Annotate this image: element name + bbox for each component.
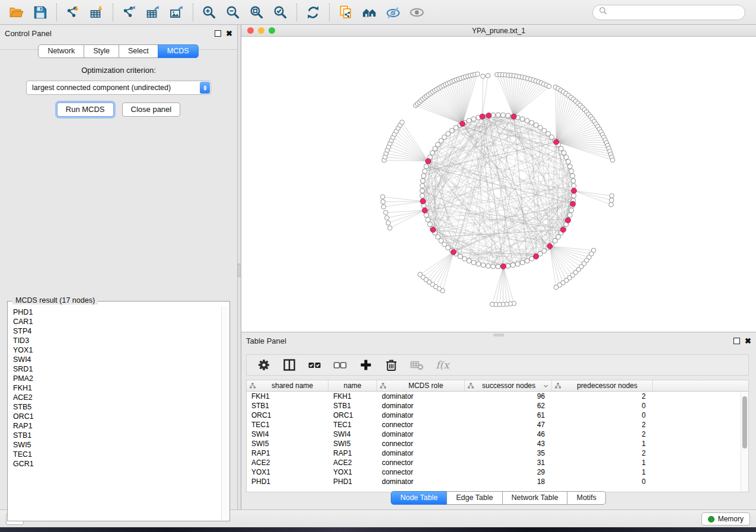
table-scrollbar[interactable] — [741, 392, 748, 492]
close-panel-button[interactable]: Close panel — [122, 102, 181, 117]
graph-leaf-node[interactable] — [547, 84, 551, 89]
mcds-result-item[interactable]: STB1 — [9, 431, 221, 440]
control-panel-close-button[interactable]: ✖ — [226, 30, 232, 37]
graph-leaf-node[interactable] — [400, 120, 404, 125]
export-image-button[interactable] — [165, 2, 189, 23]
memory-button[interactable]: Memory — [701, 512, 750, 525]
network-canvas[interactable] — [241, 37, 756, 332]
table-row[interactable]: SWI4SWI4dominator462 — [247, 430, 748, 439]
graph-node[interactable] — [538, 126, 543, 130]
graph-node[interactable] — [422, 174, 426, 178]
graph-node[interactable] — [424, 213, 429, 217]
open-file-button[interactable] — [5, 2, 28, 23]
create-column-button[interactable] — [358, 357, 374, 373]
graph-node[interactable] — [449, 129, 454, 133]
mcds-result-item[interactable]: GCR1 — [9, 459, 221, 469]
zoom-out-button[interactable] — [221, 2, 245, 23]
graph-node[interactable] — [520, 117, 525, 121]
graph-node[interactable] — [570, 174, 575, 178]
graph-leaf-node[interactable] — [381, 204, 386, 209]
graph-node[interactable] — [430, 150, 435, 155]
graph-node[interactable] — [433, 146, 438, 151]
graph-node[interactable] — [424, 164, 429, 169]
table-panel-close-button[interactable]: ✖ — [745, 338, 751, 344]
table-row[interactable]: RAP1RAP1dominator352 — [247, 448, 748, 458]
graph-node[interactable] — [571, 178, 576, 183]
graph-hub-node[interactable] — [430, 227, 436, 233]
graph-node[interactable] — [500, 113, 505, 117]
graph-node[interactable] — [436, 235, 441, 239]
graph-leaf-node[interactable] — [610, 194, 614, 198]
table-scrollbar-thumb[interactable] — [742, 396, 747, 448]
graph-leaf-node[interactable] — [481, 74, 486, 79]
save-session-button[interactable] — [28, 2, 52, 23]
graph-node[interactable] — [572, 184, 576, 188]
graph-leaf-node[interactable] — [610, 198, 614, 203]
graph-node[interactable] — [426, 217, 430, 222]
table-panel-resize-grip[interactable] — [493, 334, 504, 336]
graph-node[interactable] — [506, 113, 511, 118]
window-minimize-icon[interactable] — [258, 27, 264, 34]
mcds-result-item[interactable]: SWI5 — [9, 440, 221, 450]
graph-hub-node[interactable] — [554, 139, 559, 145]
mcds-result-item[interactable]: STP4 — [9, 326, 221, 336]
table-row[interactable]: PHD1PHD1dominator180 — [247, 477, 748, 486]
import-network-button[interactable] — [61, 2, 85, 23]
graph-leaf-node[interactable] — [609, 203, 614, 207]
graph-node[interactable] — [422, 169, 427, 174]
table-row[interactable]: STB1STB1dominator620 — [247, 401, 748, 411]
zoom-fit-button[interactable] — [245, 2, 269, 23]
show-all-button[interactable] — [405, 2, 429, 23]
optimization-criterion-select[interactable]: largest connected component (undirected) — [26, 81, 211, 95]
table-tab-edge-table[interactable]: Edge Table — [446, 491, 502, 505]
graph-node[interactable] — [420, 184, 425, 188]
control-tab-select[interactable]: Select — [119, 44, 158, 58]
search-input[interactable] — [613, 7, 745, 18]
graph-hub-node[interactable] — [570, 201, 576, 207]
graph-node[interactable] — [467, 118, 471, 123]
table-row[interactable]: FKH1FKH1dominator962 — [247, 392, 748, 401]
window-close-icon[interactable] — [247, 27, 254, 34]
graph-node[interactable] — [525, 258, 529, 263]
graph-leaf-node[interactable] — [610, 158, 615, 162]
graph-leaf-node[interactable] — [381, 200, 385, 204]
graph-node[interactable] — [471, 117, 476, 121]
select-all-columns-button[interactable] — [307, 357, 323, 373]
graph-leaf-node[interactable] — [476, 72, 480, 76]
graph-leaf-node[interactable] — [381, 194, 385, 199]
zoom-selected-button[interactable] — [269, 2, 292, 23]
graph-leaf-node[interactable] — [418, 272, 423, 277]
graph-hub-node[interactable] — [534, 254, 539, 259]
graph-node[interactable] — [542, 249, 547, 254]
delete-column-button[interactable] — [383, 357, 400, 373]
table-tab-network-table[interactable]: Network Table — [502, 491, 568, 505]
graph-hub-node[interactable] — [511, 114, 516, 119]
table-tab-motifs[interactable]: Motifs — [567, 491, 605, 505]
graph-node[interactable] — [515, 262, 520, 267]
graph-node[interactable] — [506, 264, 511, 268]
graph-node[interactable] — [529, 120, 534, 125]
control-tab-mcds[interactable]: MCDS — [158, 44, 199, 58]
graph-leaf-node[interactable] — [554, 285, 559, 290]
control-tab-style[interactable]: Style — [84, 44, 119, 58]
graph-hub-node[interactable] — [565, 218, 570, 223]
graph-node[interactable] — [569, 208, 574, 213]
column-header-MCDS-role[interactable]: MCDS role — [377, 380, 465, 391]
table-tab-node-table[interactable]: Node Table — [391, 491, 447, 505]
column-header-name[interactable]: name — [328, 380, 377, 391]
mcds-result-item[interactable]: PHD1 — [9, 307, 221, 317]
graph-node[interactable] — [496, 113, 500, 117]
hide-selected-button[interactable] — [381, 2, 405, 23]
graph-node[interactable] — [420, 178, 425, 183]
column-header-predecessor-nodes[interactable]: predecessor nodes — [552, 380, 653, 391]
graph-node[interactable] — [511, 263, 515, 268]
graph-leaf-node[interactable] — [386, 221, 391, 226]
mcds-result-item[interactable]: PMA2 — [9, 374, 221, 383]
graph-node[interactable] — [462, 257, 467, 261]
mcds-result-item[interactable]: TEC1 — [9, 450, 221, 459]
graph-node[interactable] — [496, 264, 500, 269]
import-table-button[interactable] — [85, 2, 109, 23]
graph-node[interactable] — [471, 260, 476, 265]
graph-hub-node[interactable] — [451, 249, 456, 255]
graph-node[interactable] — [467, 258, 471, 263]
